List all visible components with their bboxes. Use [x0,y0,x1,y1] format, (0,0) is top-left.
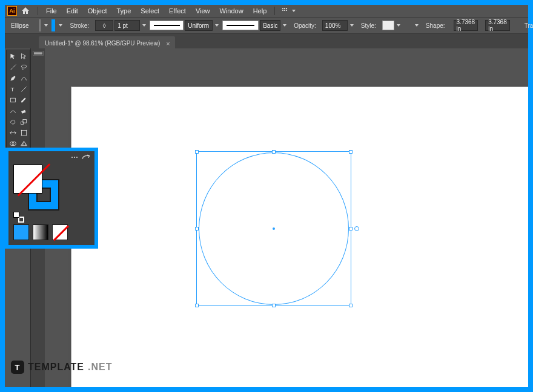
menu-object[interactable]: Object [84,6,111,16]
stroke-swatch[interactable] [51,19,55,31]
document-tabs-row: Untitled-1* @ 98.61% (RGB/GPU Preview) × [5,34,528,48]
type-tool[interactable]: T [8,84,18,94]
transform-panel-button[interactable]: Transform [520,21,533,31]
fill-proxy-none[interactable] [13,165,42,194]
svg-text:T: T [10,86,14,93]
shape-width-field[interactable]: 3.7368 in [454,20,478,31]
stroke-dropdown-icon[interactable] [59,24,62,27]
menu-edit[interactable]: Edit [62,6,82,16]
menu-select[interactable]: Select [136,6,164,16]
selection-bounding-box[interactable] [196,151,351,306]
opacity-field[interactable]: 100% [322,20,355,31]
curvature-tool[interactable] [19,73,29,83]
stroke-label: Stroke: [66,22,93,29]
watermark: T TEMPLATE.NET [11,361,112,374]
color-mode-solid[interactable] [13,224,29,240]
svg-point-20 [26,135,27,136]
rectangle-tool[interactable] [8,95,18,105]
menu-divider [38,7,38,15]
rotate-tool[interactable] [8,117,18,127]
menu-file[interactable]: File [42,6,61,16]
canvas-area[interactable] [45,48,528,387]
fill-stroke-proxy[interactable] [13,165,58,209]
menu-help[interactable]: Help [249,6,271,16]
svg-point-9 [21,65,26,68]
brush-definition-dropdown[interactable]: Basic [222,20,288,31]
shape-height-field[interactable]: 3.7368 in [485,20,510,31]
svg-rect-13 [21,110,25,114]
paintbrush-tool[interactable] [19,95,29,105]
drag-handle-icon[interactable] [71,157,78,158]
direct-selection-tool[interactable] [19,51,29,62]
svg-point-17 [21,130,22,131]
shape-label: Shape: [422,22,449,29]
line-segment-tool[interactable] [19,84,29,94]
free-transform-tool[interactable] [19,128,29,138]
menu-view[interactable]: View [191,6,214,16]
svg-point-19 [21,135,22,136]
color-mode-gradient[interactable] [33,224,48,240]
resize-handle-bl[interactable] [195,304,199,307]
menu-effect[interactable]: Effect [165,6,190,16]
width-tool[interactable] [8,128,18,138]
stroke-weight-stepper[interactable]: ◊ 1 pt [95,20,147,31]
color-mode-row [13,224,68,240]
menu-bar: Ai File Edit Object Type Select Effect V… [5,5,528,17]
fill-stroke-panel [8,151,94,245]
document-tab-title: Untitled-1* @ 98.61% (RGB/GPU Preview) [45,40,160,47]
pie-widget-handle[interactable] [354,226,359,231]
resize-handle-ml[interactable] [195,227,199,230]
stroke-profile-dropdown[interactable]: Uniform [150,20,220,31]
svg-rect-16 [21,130,26,135]
selection-tool[interactable] [8,51,18,62]
scale-tool[interactable] [19,117,29,127]
resize-handle-tl[interactable] [195,150,199,154]
swap-fill-stroke-icon[interactable] [81,154,91,161]
watermark-suffix: .NET [88,362,112,373]
svg-point-18 [26,130,27,131]
lasso-tool[interactable] [19,62,29,73]
watermark-badge: T [11,361,24,374]
pen-tool[interactable] [8,73,18,83]
color-mode-none[interactable] [52,224,68,240]
opacity-label: Opacity: [290,22,320,29]
home-icon[interactable] [21,6,30,16]
document-tab[interactable]: Untitled-1* @ 98.61% (RGB/GPU Preview) × [39,36,175,48]
style-label: Style: [357,22,380,29]
eraser-tool[interactable] [19,106,29,116]
app-badge: Ai [7,6,17,16]
svg-line-11 [21,87,26,91]
panel-tab-icon[interactable] [33,51,44,56]
resize-handle-br[interactable] [349,304,353,307]
fill-swatch-none[interactable] [39,19,41,31]
magic-wand-tool[interactable] [8,62,18,73]
default-fill-stroke-icon[interactable] [13,212,24,223]
fill-stroke-callout [5,148,98,249]
menu-window[interactable]: Window [216,6,248,16]
menu-divider [274,7,275,15]
workspace-switcher[interactable] [282,8,296,14]
resize-handle-tr[interactable] [349,150,353,154]
resize-handle-tm[interactable] [272,150,276,154]
menu-type[interactable]: Type [113,6,136,16]
close-tab-icon[interactable]: × [166,40,170,47]
active-tool-label: Ellipse [7,22,32,29]
artboard[interactable] [71,87,528,387]
control-bar: Ellipse Stroke: ◊ 1 pt Uniform Basic Opa… [5,17,528,34]
tools-panel: T [6,50,30,151]
watermark-text: TEMPLATE [28,362,84,373]
fill-dropdown-icon[interactable] [44,24,48,27]
graphic-style-dropdown[interactable] [382,21,402,30]
svg-rect-12 [10,98,15,102]
align-dropdown-icon[interactable] [415,24,419,27]
shaper-tool[interactable] [8,106,18,116]
resize-handle-mr[interactable] [349,227,353,230]
resize-handle-bm[interactable] [272,304,276,307]
selection-center-icon [273,227,275,230]
